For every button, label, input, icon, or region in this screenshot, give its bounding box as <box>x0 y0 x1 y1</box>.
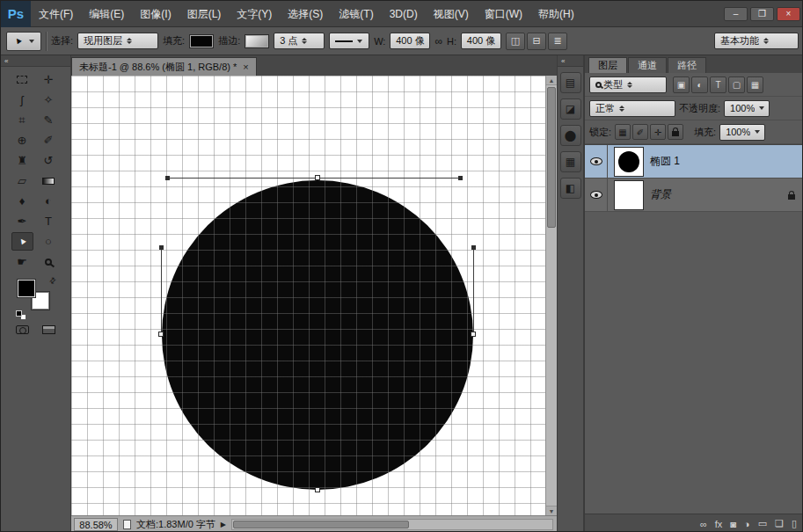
layer-group-icon[interactable]: ▭ <box>758 518 767 529</box>
dodge-tool[interactable]: ◐ <box>38 192 60 210</box>
layer-thumbnail[interactable] <box>614 147 644 177</box>
menu-item-10[interactable]: 帮助(H) <box>530 1 582 27</box>
layer-row-background[interactable]: 背景 <box>585 179 803 212</box>
minimize-button[interactable]: – <box>724 7 748 21</box>
gradient-tool[interactable] <box>38 171 60 190</box>
menu-item-9[interactable]: 窗口(W) <box>477 1 530 27</box>
type-tool[interactable]: T <box>38 212 60 230</box>
scroll-down-arrow[interactable]: ▼ <box>546 506 557 515</box>
link-layers-icon[interactable]: ∞ <box>700 519 707 529</box>
stroke-type-dropdown[interactable] <box>329 33 369 49</box>
restore-button[interactable]: ❐ <box>750 7 774 21</box>
lasso-tool[interactable]: ʃ <box>11 91 33 109</box>
new-layer-icon[interactable]: ❏ <box>775 518 784 529</box>
lock-position-button[interactable]: ✛ <box>650 124 666 140</box>
hand-tool[interactable]: ☛ <box>11 252 33 271</box>
menu-item-6[interactable]: 滤镜(T) <box>331 1 381 27</box>
crop-tool[interactable]: ⌗ <box>11 111 33 129</box>
layer-filter-type-dropdown[interactable]: 类型 <box>589 77 667 93</box>
healing-brush-tool[interactable]: ⊕ <box>11 131 33 149</box>
anchor-point-bottom[interactable] <box>315 487 320 492</box>
document-tab[interactable]: 未标题-1 @ 88.6% (椭圆 1, RGB/8) * × <box>71 57 257 76</box>
tool-preset-picker[interactable]: ► <box>6 32 41 51</box>
quick-selection-tool[interactable]: ✧ <box>38 91 60 109</box>
blur-tool[interactable]: ♦ <box>11 192 33 210</box>
ellipse-shape-layer[interactable] <box>162 180 473 490</box>
layer-name[interactable]: 椭圆 1 <box>650 154 680 169</box>
horizontal-scrollbar[interactable] <box>231 519 553 530</box>
fill-opacity-dropdown[interactable]: 100% <box>719 124 765 141</box>
quick-mask-button[interactable] <box>11 320 33 339</box>
shape-height-field[interactable]: 400 像 <box>461 33 501 49</box>
anchor-point-right[interactable] <box>471 332 476 337</box>
properties-panel-icon[interactable]: ◪ <box>560 98 581 120</box>
handle-endpoint[interactable] <box>458 176 463 180</box>
stroke-width-dropdown[interactable]: 3 点 <box>274 33 325 49</box>
tab-layers[interactable]: 图层 <box>588 57 627 73</box>
handle-endpoint[interactable] <box>165 176 170 180</box>
move-tool[interactable]: ✛ <box>38 70 60 89</box>
close-button[interactable]: × <box>777 7 800 21</box>
path-selection-tool[interactable]: ► <box>11 232 33 251</box>
layer-mask-icon[interactable]: ◙ <box>730 519 736 529</box>
rectangular-marquee-tool[interactable] <box>11 70 33 89</box>
layer-row-ellipse[interactable]: 椭圆 1 <box>585 145 803 179</box>
opacity-dropdown[interactable]: 100% <box>724 100 770 117</box>
menu-item-1[interactable]: 编辑(E) <box>81 1 132 27</box>
canvas-viewport[interactable]: ▲ ▼ <box>71 76 557 515</box>
shape-width-field[interactable]: 400 像 <box>390 33 430 49</box>
anchor-point-left[interactable] <box>158 332 164 337</box>
foreground-color-swatch[interactable] <box>18 280 35 297</box>
path-operations-button[interactable]: ◫ <box>506 33 525 50</box>
filter-type-layers-button[interactable]: T <box>710 77 726 93</box>
layer-visibility-toggle[interactable] <box>585 145 608 179</box>
scroll-up-arrow[interactable]: ▲ <box>546 76 557 85</box>
menu-item-2[interactable]: 图像(I) <box>132 1 179 27</box>
handle-endpoint[interactable] <box>159 245 164 250</box>
menu-item-0[interactable]: 文件(F) <box>31 1 81 27</box>
horizontal-scrollbar-thumb[interactable] <box>233 521 409 528</box>
toolbar-collapse-button[interactable]: « <box>1 55 70 67</box>
brush-tool[interactable]: ✐ <box>38 131 60 149</box>
zoom-tool[interactable] <box>38 252 60 271</box>
select-mode-dropdown[interactable]: 现用图层 <box>77 33 158 49</box>
adjustments-panel-icon[interactable]: ◧ <box>560 178 581 199</box>
menu-item-4[interactable]: 文字(Y) <box>229 1 280 27</box>
filter-adjustment-layers-button[interactable]: ◐ <box>691 77 708 93</box>
menu-item-3[interactable]: 图层(L) <box>179 1 230 27</box>
pen-tool[interactable]: ✒ <box>11 212 33 230</box>
link-dimensions-icon[interactable]: ∞ <box>434 35 442 47</box>
layer-name[interactable]: 背景 <box>650 187 671 202</box>
layer-effects-icon[interactable]: fx <box>715 519 723 529</box>
history-panel-icon[interactable]: ▤ <box>560 72 581 93</box>
screen-mode-button[interactable] <box>38 320 60 339</box>
filter-smart-objects-button[interactable]: ▦ <box>747 77 763 93</box>
anchor-point-top[interactable] <box>315 175 320 180</box>
strip-expand-button[interactable]: « <box>558 55 583 67</box>
fill-color-swatch[interactable] <box>189 34 214 48</box>
lock-pixels-button[interactable]: ✐ <box>632 124 648 140</box>
swap-colors-icon[interactable]: ⇄ <box>47 275 58 286</box>
status-options-arrow[interactable]: ▶ <box>221 521 226 528</box>
layer-thumbnail[interactable] <box>614 180 644 210</box>
handle-endpoint[interactable] <box>471 245 476 250</box>
lock-transparency-button[interactable]: ▦ <box>615 124 631 140</box>
tab-channels[interactable]: 通道 <box>628 57 667 73</box>
eyedropper-tool[interactable]: ✎ <box>38 111 60 129</box>
tab-paths[interactable]: 路径 <box>668 57 706 73</box>
color-panel-icon[interactable]: ⬤ <box>560 125 581 146</box>
lock-all-button[interactable] <box>668 124 683 140</box>
path-alignment-button[interactable]: ⊟ <box>527 33 546 50</box>
vertical-scrollbar[interactable]: ▲ ▼ <box>545 76 557 515</box>
blend-mode-dropdown[interactable]: 正常 <box>589 100 675 117</box>
eraser-tool[interactable]: ▱ <box>11 171 33 190</box>
clone-stamp-tool[interactable]: ♜ <box>11 151 33 170</box>
workspace-dropdown[interactable]: 基本功能 <box>714 33 799 49</box>
swatches-panel-icon[interactable]: ▦ <box>560 151 581 172</box>
path-arrange-button[interactable]: ≣ <box>548 33 567 50</box>
filter-pixel-layers-button[interactable]: ▣ <box>673 77 690 93</box>
history-brush-tool[interactable]: ↺ <box>38 151 60 170</box>
default-colors-icon[interactable] <box>16 310 22 317</box>
stroke-color-swatch[interactable] <box>245 34 269 48</box>
layer-visibility-toggle[interactable] <box>585 179 608 212</box>
